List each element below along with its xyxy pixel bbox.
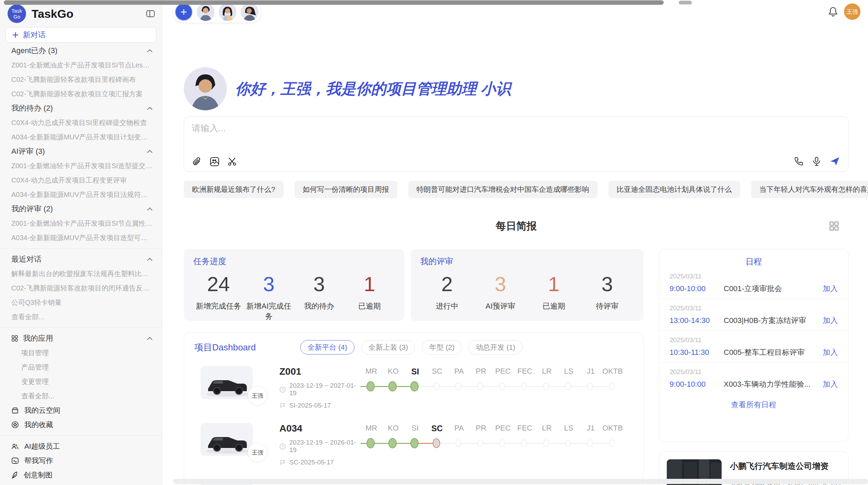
suggestion-chip[interactable]: 如何写一份清晰的项目周报	[294, 181, 397, 198]
sidebar-item[interactable]: A034-全新新能源MUV产品开发项目造型可行性评审	[0, 231, 162, 245]
chevron-up-icon[interactable]	[147, 336, 153, 340]
app-sub-item[interactable]: 查看全部...	[0, 389, 162, 403]
milestone-dot-lr	[543, 383, 549, 390]
sidebar-link[interactable]: 我的收藏	[0, 418, 162, 432]
recent-chat-item[interactable]: 公司Q3轻卡销量	[0, 295, 162, 310]
event-join-link[interactable]: 加入	[823, 347, 838, 358]
view-all-schedule-link[interactable]: 查看所有日程	[659, 394, 848, 415]
dashboard-title: 项目Dashboard	[194, 341, 256, 353]
sidebar-footer-link[interactable]: AI超级员工	[0, 439, 162, 453]
suggestion-chip[interactable]: 比亚迪全固态电池计划具体说了什么	[608, 181, 740, 198]
milestone-label: PA	[448, 424, 470, 433]
app-sub-item[interactable]: 变更管理	[0, 374, 162, 389]
milestone-dot-j1	[587, 439, 593, 447]
news-title: 小鹏飞行汽车制造公司增资	[730, 461, 841, 472]
milestone-label: SC	[426, 424, 448, 433]
sidebar-section-header: Agent已办 (3)	[0, 43, 162, 58]
milestone-label: PR	[470, 367, 492, 376]
schedule-title: 日程	[659, 256, 848, 267]
send-icon[interactable]	[829, 156, 840, 167]
app-sub-item[interactable]: 项目管理	[0, 346, 162, 360]
horizontal-scrollbar-track[interactable]	[173, 479, 868, 484]
sidebar-section-header: AI评审 (3)	[0, 144, 162, 159]
microphone-icon[interactable]	[811, 156, 822, 166]
event-time: 13:00-14:30	[670, 316, 724, 325]
chevron-up-icon[interactable]	[147, 149, 153, 153]
recent-chat-item[interactable]: 解释最新出台的欧盟报废车法规再生塑料比例被调至15%...	[0, 266, 162, 281]
app-sub-item[interactable]: 产品管理	[0, 360, 162, 374]
sidebar-item[interactable]: Z001-全新燃油轻卡产品开发项目SI节点属性5D文件评审	[0, 216, 162, 231]
notifications-bell-icon[interactable]	[828, 6, 838, 17]
greeting-text: 你好，王强，我是你的项目管理助理 小识	[235, 79, 511, 99]
scissors-icon[interactable]	[227, 157, 238, 167]
apps-grid-icon	[11, 335, 18, 342]
milestone-label: PR	[470, 424, 492, 433]
stat-grid: 2进行中3AI预评审1已逾期3待评审	[420, 272, 634, 311]
sidebar-item[interactable]: C0X4-动力总成开发项目工程变更评审	[0, 173, 162, 187]
phone-call-icon[interactable]	[794, 156, 804, 166]
sidebar-section-header-label: 我的评审 (2)	[11, 202, 53, 216]
flag-icon	[279, 459, 286, 466]
suggestion-chip[interactable]: 欧洲新规最近颁布了什么?	[184, 181, 284, 198]
milestone-label: FEC	[514, 424, 536, 433]
sidebar-item[interactable]: A034-全新新能源MUV产品开发项目法规符合性评审	[0, 187, 162, 202]
event-join-link[interactable]: 加入	[823, 315, 838, 326]
sidebar-item[interactable]: C02-飞腾新能源轻客改款项目里程碑画布	[0, 72, 162, 87]
sidebar-item[interactable]: Z001-全新燃油皮卡产品开发项目SI节点Lesson Learn报告	[0, 58, 162, 72]
sidebar: Task Go TaskGo 新对话 Agent已办 (3)Z001-全新燃油皮…	[0, 0, 162, 485]
chevron-up-icon[interactable]	[147, 207, 153, 211]
sidebar-footer-link[interactable]: 帮我写作	[0, 453, 162, 468]
logo-text-line1: Task	[12, 8, 22, 14]
horizontal-scrollbar-thumb[interactable]	[4, 0, 664, 5]
avatar[interactable]	[241, 3, 258, 21]
avatar[interactable]	[219, 3, 237, 21]
sidebar-footer-link[interactable]: 创意制图	[0, 468, 162, 482]
schedule-event: 2025/03/119:00-10:00C001-立项审批会加入	[659, 267, 848, 299]
event-join-link[interactable]: 加入	[823, 379, 838, 389]
project-dates: 2023-12-19 ~ 2027-01-19	[279, 382, 360, 397]
stat-value: 24	[193, 272, 244, 297]
dashboard-filter-chip[interactable]: 全新平台 (4)	[300, 340, 354, 355]
milestone-labels: MRKOSISCPAPRPECFECLRLSJ1OKTB	[360, 424, 625, 433]
scrollbar-end-thumb[interactable]	[679, 1, 692, 4]
event-join-link[interactable]: 加入	[823, 284, 838, 294]
my-review-card: 我的评审2进行中3AI预评审1已逾期3待评审	[411, 249, 643, 321]
chat-input[interactable]	[192, 123, 500, 134]
user-avatar[interactable]: 王强	[844, 3, 860, 20]
stat-column: 3我的待办	[294, 272, 345, 322]
milestone-label: PA	[448, 367, 470, 376]
sidebar-item[interactable]: C02-飞腾新能源轻客改款项目立项汇报方案	[0, 87, 162, 101]
milestone-label: FEC	[514, 367, 536, 376]
milestone-label: MR	[360, 424, 382, 433]
sidebar-section-header: 我的待办 (2)	[0, 101, 162, 115]
sidebar-link[interactable]: 我的云空间	[0, 403, 162, 418]
milestone-dot-ko	[388, 438, 397, 448]
attachment-icon[interactable]	[192, 157, 202, 167]
sidebar-collapse-icon[interactable]	[146, 10, 155, 18]
chevron-up-icon[interactable]	[147, 106, 153, 110]
chevron-up-icon[interactable]	[147, 257, 153, 261]
project-tag-text: SI-2025-05-17	[289, 402, 331, 409]
dashboard-filter-chip[interactable]: 动总开发 (1)	[469, 340, 523, 355]
schedule-event: 2025/03/1113:00-14:30C003|H0B-方案冻结评审加入	[659, 299, 848, 331]
new-chat-button[interactable]: 新对话	[5, 27, 156, 43]
chevron-up-icon[interactable]	[147, 49, 153, 53]
sidebar-item[interactable]: A034-全新新能源MUV产品开发项目计划变更表编写	[0, 130, 162, 144]
image-icon[interactable]	[209, 157, 220, 167]
recent-chat-item[interactable]: 查看全部...	[0, 310, 162, 324]
project-dates-text: 2023-12-19 ~ 2026-01-19	[289, 439, 360, 454]
avatar[interactable]	[197, 3, 215, 21]
divider	[0, 248, 162, 249]
project-owner-avatar: 王强	[248, 443, 267, 462]
add-session-button[interactable]	[175, 3, 193, 21]
event-time: 10:30-11:30	[670, 348, 724, 357]
recent-chat-item[interactable]: C02-飞腾新能源轻客改款项目的闭环通告反馈情况	[0, 281, 162, 295]
sidebar-item[interactable]: C0X4-动力总成开发项目SI里程碑提交物检查	[0, 115, 162, 130]
suggestion-chip[interactable]: 当下年轻人对汽车外观有怎样的喜好趋势	[751, 181, 868, 198]
sidebar-item[interactable]: Z001-全新燃油轻卡产品开发项目SI造型提交物评审	[0, 159, 162, 173]
star-circle-icon	[11, 421, 19, 428]
dashboard-filter-chip[interactable]: 年型 (2)	[422, 340, 462, 355]
suggestion-chip[interactable]: 特朗普可能对进口汽车增税会对中国车企造成哪些影响	[408, 181, 598, 198]
dashboard-filter-chip[interactable]: 全新上装 (3)	[361, 340, 415, 355]
briefing-layout-icon[interactable]	[829, 221, 839, 231]
